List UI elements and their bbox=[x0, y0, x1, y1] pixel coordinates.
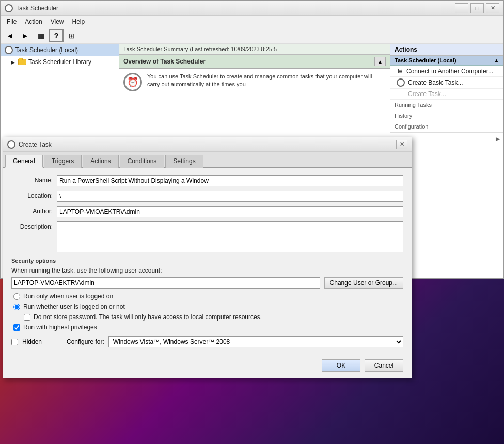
configuration-item: Configuration bbox=[390, 121, 503, 132]
radio-logged-on-or-not-row: Run whether user is logged on or not bbox=[11, 303, 403, 310]
name-row: Name: bbox=[11, 175, 403, 186]
checkbox-highest-priv-label: Run with highest privileges bbox=[23, 324, 97, 331]
back-button[interactable]: ◄ bbox=[3, 29, 17, 42]
dialog-title: Create Task bbox=[19, 141, 393, 148]
dialog-tabs: General Triggers Actions Conditions Sett… bbox=[3, 152, 412, 168]
description-row: Description: bbox=[11, 221, 403, 252]
clock-icon bbox=[5, 4, 13, 12]
radio-logged-on-or-not-label: Run whether user is logged on or not bbox=[23, 303, 125, 310]
help-button[interactable]: ? bbox=[49, 29, 64, 42]
author-label: Author: bbox=[11, 206, 53, 215]
tab-actions[interactable]: Actions bbox=[83, 155, 118, 168]
menu-action[interactable]: Action bbox=[21, 17, 46, 26]
checkbox-no-password[interactable] bbox=[24, 314, 30, 321]
dialog-titlebar: Create Task ✕ bbox=[3, 137, 412, 152]
tab-triggers[interactable]: Triggers bbox=[44, 155, 82, 168]
dialog-content: Name: Location: Author: Description: Sec… bbox=[3, 168, 412, 355]
radio-logged-on-label: Run only when user is logged on bbox=[23, 293, 113, 300]
show-hide-button[interactable]: ▦ bbox=[34, 29, 48, 42]
overview-collapse-button[interactable]: ▲ bbox=[374, 57, 386, 66]
description-textarea[interactable] bbox=[57, 221, 403, 252]
big-clock-icon: ⏰ bbox=[123, 73, 142, 91]
actions-section-arrow: ▲ bbox=[494, 57, 499, 64]
tab-conditions[interactable]: Conditions bbox=[120, 155, 165, 168]
menubar: File Action View Help bbox=[1, 16, 503, 27]
forward-button[interactable]: ► bbox=[18, 29, 33, 42]
nav-library[interactable]: ▶ Task Scheduler Library bbox=[1, 56, 119, 68]
nav-library-label: Task Scheduler Library bbox=[28, 58, 91, 66]
name-label: Name: bbox=[11, 175, 53, 184]
app-icon bbox=[5, 4, 13, 12]
overview-content: ⏰ You can use Task Scheduler to create a… bbox=[119, 69, 390, 96]
actions-panel-header: Actions bbox=[390, 44, 503, 56]
checkbox-highest-priv[interactable] bbox=[13, 324, 20, 331]
toolbar: ◄ ► ▦ ? ⊞ bbox=[1, 27, 503, 44]
overview-title: Overview of Task Scheduler bbox=[123, 58, 370, 65]
action-create-task: Create Task... bbox=[390, 89, 503, 100]
footer-row: Hidden Configure for: Windows Vista™, Wi… bbox=[11, 336, 403, 347]
expand-arrow-icon[interactable]: ► bbox=[494, 135, 501, 143]
cancel-button[interactable]: Cancel bbox=[365, 359, 403, 372]
columns-button[interactable]: ⊞ bbox=[65, 29, 79, 42]
overview-bar[interactable]: Overview of Task Scheduler ▲ bbox=[119, 55, 390, 69]
action-create-basic[interactable]: Create Basic Task... bbox=[390, 77, 503, 89]
create-basic-icon bbox=[397, 78, 405, 87]
checkbox-hidden[interactable] bbox=[11, 339, 18, 345]
create-task-label: Create Task... bbox=[408, 90, 446, 98]
user-account-field[interactable] bbox=[11, 277, 320, 289]
checkbox-no-password-row: Do not store password. The task will onl… bbox=[11, 313, 403, 321]
menu-view[interactable]: View bbox=[46, 17, 68, 26]
history-item: History bbox=[390, 110, 503, 121]
minimize-button[interactable]: – bbox=[455, 3, 468, 13]
nav-local[interactable]: Task Scheduler (Local) bbox=[1, 44, 119, 56]
location-label: Location: bbox=[11, 191, 53, 199]
actions-section-local[interactable]: Task Scheduler (Local) ▲ bbox=[390, 56, 503, 66]
security-section-header: Security options bbox=[11, 258, 403, 264]
configure-select[interactable]: Windows Vista™, Windows Server™ 2008 Win… bbox=[108, 336, 403, 347]
location-row: Location: bbox=[11, 191, 403, 202]
menu-file[interactable]: File bbox=[3, 17, 21, 26]
connect-icon: 🖥 bbox=[397, 67, 403, 75]
user-account-row: Change User or Group... bbox=[11, 277, 403, 289]
checkbox-highest-priv-row: Run with highest privileges bbox=[11, 324, 403, 331]
create-task-dialog: Create Task ✕ General Triggers Actions C… bbox=[3, 137, 412, 378]
nav-local-label: Task Scheduler (Local) bbox=[15, 46, 78, 54]
location-input[interactable] bbox=[57, 191, 403, 202]
titlebar: Task Scheduler – □ ✕ bbox=[1, 1, 503, 16]
configure-for-label: Configure for: bbox=[67, 338, 104, 345]
action-connect[interactable]: 🖥 Connect to Another Computer... bbox=[390, 66, 503, 77]
name-input[interactable] bbox=[57, 175, 403, 186]
menu-help[interactable]: Help bbox=[68, 17, 89, 26]
actions-section-label: Task Scheduler (Local) bbox=[395, 57, 456, 64]
create-basic-label: Create Basic Task... bbox=[408, 79, 463, 86]
change-user-button[interactable]: Change User or Group... bbox=[324, 277, 403, 289]
dialog-buttons: OK Cancel bbox=[3, 355, 412, 378]
dialog-close-button[interactable]: ✕ bbox=[396, 140, 407, 149]
description-label: Description: bbox=[11, 221, 53, 230]
ok-button[interactable]: OK bbox=[322, 359, 360, 372]
author-input[interactable] bbox=[57, 206, 403, 217]
close-button[interactable]: ✕ bbox=[486, 3, 499, 13]
window-title: Task Scheduler bbox=[16, 5, 455, 12]
radio-logged-on-row: Run only when user is logged on bbox=[11, 293, 403, 300]
user-account-label: When running the task, use the following… bbox=[11, 267, 403, 274]
checkbox-no-password-label: Do not store password. The task will onl… bbox=[34, 313, 262, 321]
tab-general[interactable]: General bbox=[5, 155, 43, 168]
running-tasks-item: Running Tasks bbox=[390, 100, 503, 110]
radio-logged-on[interactable] bbox=[13, 293, 20, 300]
dialog-clock-icon bbox=[7, 140, 15, 149]
radio-logged-on-or-not[interactable] bbox=[13, 304, 20, 310]
maximize-button[interactable]: □ bbox=[470, 3, 484, 13]
tab-settings[interactable]: Settings bbox=[165, 155, 203, 168]
dialog-icon bbox=[7, 140, 15, 149]
overview-text: You can use Task Scheduler to create and… bbox=[147, 73, 375, 89]
window-controls: – □ ✕ bbox=[455, 3, 499, 13]
hidden-label: Hidden bbox=[22, 338, 42, 345]
clock-icon-nav bbox=[5, 46, 13, 54]
content-header: Task Scheduler Summary (Last refreshed: … bbox=[119, 44, 390, 55]
connect-label: Connect to Another Computer... bbox=[406, 68, 493, 75]
author-row: Author: bbox=[11, 206, 403, 217]
folder-icon-nav bbox=[18, 59, 26, 65]
